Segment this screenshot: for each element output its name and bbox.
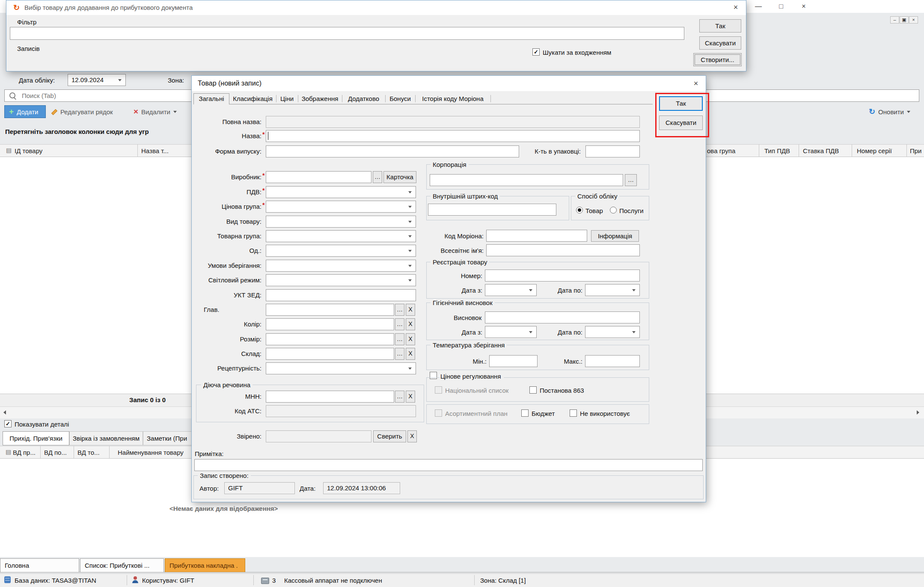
not-used-checkbox[interactable] bbox=[570, 409, 577, 417]
size-clear-button[interactable]: X bbox=[406, 333, 415, 345]
temp-min-field[interactable] bbox=[489, 355, 538, 367]
size-field[interactable] bbox=[266, 333, 394, 345]
filter-input[interactable] bbox=[10, 27, 684, 40]
goods-group-combo[interactable] bbox=[266, 230, 416, 242]
tab-images[interactable]: Зображення bbox=[298, 95, 342, 102]
close-icon[interactable]: × bbox=[690, 79, 702, 89]
manufacturer-field[interactable] bbox=[266, 171, 371, 183]
release-form-field[interactable] bbox=[266, 145, 519, 157]
glav-lookup-button[interactable]: … bbox=[395, 304, 404, 316]
world-name-field[interactable] bbox=[486, 244, 640, 256]
accounting-date-combo[interactable]: 12.09.2024 bbox=[68, 74, 126, 86]
unit-combo[interactable] bbox=[266, 245, 416, 257]
price-group-combo[interactable] bbox=[266, 201, 416, 213]
detail-tab-notes[interactable]: Заметки (При bbox=[143, 431, 193, 445]
warehouse-lookup-button[interactable]: … bbox=[395, 348, 404, 360]
close-icon[interactable]: × bbox=[730, 3, 742, 13]
mdi-restore-button[interactable]: ▣ bbox=[900, 16, 909, 24]
detail-column-product-name[interactable]: Найменування товару bbox=[118, 449, 184, 456]
column-header-group[interactable]: ова група bbox=[707, 147, 735, 154]
search-by-entry-checkbox[interactable]: ✓ bbox=[532, 48, 540, 56]
name-field[interactable] bbox=[266, 130, 640, 142]
product-type-combo[interactable] bbox=[266, 216, 416, 228]
information-button[interactable]: Інформація bbox=[591, 230, 639, 242]
ok-button[interactable]: Так bbox=[659, 96, 703, 111]
color-clear-button[interactable]: X bbox=[406, 318, 415, 330]
warehouse-clear-button[interactable]: X bbox=[406, 348, 415, 360]
card-button[interactable]: Карточка bbox=[383, 171, 416, 183]
hyg-date-from-combo[interactable] bbox=[485, 326, 537, 338]
maximize-button[interactable]: □ bbox=[772, 1, 790, 12]
doc-tab-invoice[interactable]: Прибуткова накладна . bbox=[165, 558, 245, 572]
scroll-right-icon[interactable] bbox=[917, 410, 919, 415]
conclusion-field[interactable] bbox=[485, 311, 640, 323]
detail-column-vd-po[interactable]: ВД по... bbox=[44, 449, 67, 456]
tab-prices[interactable]: Ціни bbox=[276, 95, 298, 102]
detail-tab-orders[interactable]: Звірка із замовленням bbox=[69, 431, 143, 445]
scroll-left-icon[interactable] bbox=[3, 410, 6, 415]
glav-field[interactable] bbox=[266, 304, 394, 316]
column-header-pri[interactable]: При bbox=[910, 147, 922, 154]
refresh-button[interactable]: ↻ Оновити bbox=[869, 105, 921, 118]
detail-column-vd-pr[interactable]: ВД пр... bbox=[13, 449, 36, 456]
decree-863-checkbox[interactable] bbox=[529, 386, 537, 394]
column-header-vat-type[interactable]: Тип ПДВ bbox=[764, 147, 790, 154]
pack-qty-field[interactable] bbox=[585, 145, 640, 157]
temp-max-field[interactable] bbox=[585, 355, 640, 367]
add-button[interactable]: + Додати bbox=[4, 105, 46, 118]
tab-bonuses[interactable]: Бонуси bbox=[385, 95, 416, 102]
tab-morion-history[interactable]: Історія коду Моріона bbox=[415, 95, 491, 102]
color-field[interactable] bbox=[266, 318, 394, 330]
column-header-serial[interactable]: Номер серії bbox=[857, 147, 892, 154]
glav-clear-button[interactable]: X bbox=[406, 304, 415, 316]
create-button[interactable]: Створити... bbox=[693, 53, 742, 66]
vat-combo[interactable] bbox=[266, 186, 416, 198]
column-header-name[interactable]: Назва т... bbox=[141, 147, 169, 154]
reg-date-to-combo[interactable] bbox=[585, 284, 640, 296]
mnn-lookup-button[interactable]: … bbox=[395, 391, 404, 403]
delete-button[interactable]: × Видалити bbox=[134, 105, 188, 118]
mnn-clear-button[interactable]: X bbox=[406, 391, 415, 403]
corporation-lookup-button[interactable]: … bbox=[625, 174, 637, 186]
detail-column-vd-to[interactable]: ВД то... bbox=[77, 449, 100, 456]
doc-tab-main[interactable]: Головна bbox=[0, 558, 79, 572]
tab-classification[interactable]: Класифікація bbox=[229, 95, 276, 102]
barcode-field[interactable] bbox=[428, 204, 556, 216]
prescription-combo[interactable] bbox=[266, 362, 416, 374]
tab-additional[interactable]: Додатково bbox=[342, 95, 386, 102]
hyg-date-to-combo[interactable] bbox=[585, 326, 640, 338]
goods-radio[interactable] bbox=[576, 207, 583, 213]
note-field[interactable] bbox=[194, 459, 703, 471]
size-lookup-button[interactable]: … bbox=[395, 333, 404, 345]
ok-button[interactable]: Так bbox=[699, 19, 741, 33]
warehouse-field[interactable] bbox=[266, 348, 394, 360]
tab-general[interactable]: Загальні bbox=[193, 93, 229, 104]
corporation-field[interactable] bbox=[430, 174, 623, 186]
doc-tab-list[interactable]: Список: Прибуткові ... bbox=[80, 558, 164, 572]
show-details-checkbox[interactable]: ✓ bbox=[4, 420, 12, 427]
no-data-message: <Немає даних для відображення> bbox=[169, 505, 278, 512]
cancel-button[interactable]: Скасувати bbox=[659, 116, 703, 130]
detail-tab-bindings[interactable]: Прихід. Прив'язки bbox=[3, 431, 69, 445]
color-lookup-button[interactable]: … bbox=[395, 318, 404, 330]
verify-button[interactable]: Сверить bbox=[373, 430, 406, 442]
edit-row-button[interactable]: Редагувати рядок bbox=[51, 105, 133, 118]
storage-conditions-combo[interactable] bbox=[266, 260, 416, 272]
budget-checkbox[interactable] bbox=[521, 409, 529, 417]
mdi-close-button[interactable]: × bbox=[909, 16, 918, 24]
reg-number-field[interactable] bbox=[485, 270, 640, 282]
close-button[interactable]: × bbox=[794, 1, 813, 12]
morion-code-field[interactable] bbox=[486, 230, 587, 242]
manufacturer-lookup-button[interactable]: … bbox=[373, 171, 382, 183]
reg-date-from-combo[interactable] bbox=[485, 284, 537, 296]
ukt-zed-field[interactable] bbox=[266, 289, 416, 301]
mnn-field[interactable] bbox=[266, 391, 394, 403]
minimize-button[interactable]: — bbox=[749, 1, 768, 12]
cancel-button[interactable]: Скасувати bbox=[699, 36, 741, 50]
column-header-vat-rate[interactable]: Ставка ПДВ bbox=[803, 147, 839, 154]
verified-clear-button[interactable]: X bbox=[407, 430, 417, 442]
column-header-id[interactable]: ІД товару bbox=[15, 147, 42, 154]
light-mode-combo[interactable] bbox=[266, 274, 416, 286]
services-radio[interactable] bbox=[610, 207, 617, 213]
mdi-minimize-button[interactable]: – bbox=[890, 16, 899, 24]
